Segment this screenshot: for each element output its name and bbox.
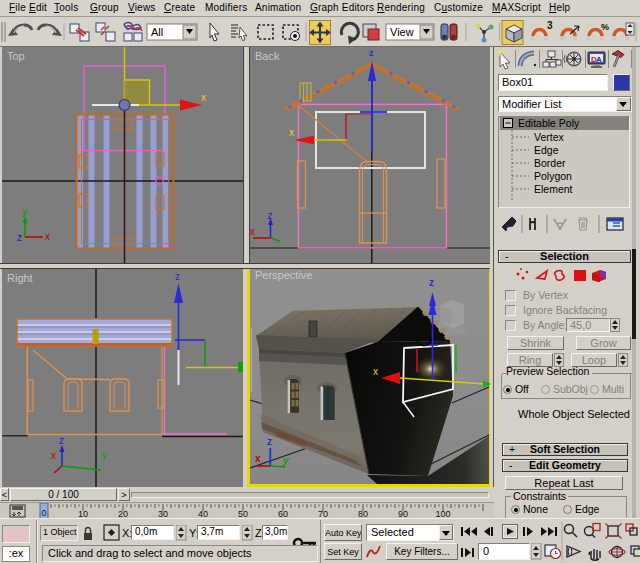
svg-text:View: View — [390, 26, 414, 38]
svg-text:x: x — [289, 127, 294, 138]
svg-text:0: 0 — [41, 508, 46, 518]
svg-text:z: z — [267, 436, 272, 447]
svg-text:y: y — [102, 449, 107, 460]
svg-text:All: All — [151, 26, 163, 38]
svg-text:x: x — [201, 92, 206, 103]
svg-text:3: 3 — [547, 20, 553, 31]
svg-text:z: z — [59, 435, 64, 446]
svg-text:z: z — [175, 271, 180, 282]
svg-text:y: y — [22, 206, 27, 217]
svg-text:z: z — [369, 48, 374, 58]
svg-text:%: % — [601, 22, 609, 32]
svg-text:Perspective: Perspective — [255, 269, 312, 281]
svg-text:x: x — [51, 450, 56, 461]
svg-text:y: y — [282, 455, 289, 466]
svg-text:x: x — [373, 366, 378, 377]
svg-text:x: x — [250, 226, 255, 237]
svg-text:z: z — [268, 210, 273, 221]
svg-text:x: x — [255, 453, 261, 464]
svg-text:z: z — [429, 277, 434, 288]
svg-text:A: A — [596, 55, 602, 64]
svg-text:x: x — [45, 231, 50, 242]
svg-text:z: z — [17, 232, 22, 243]
